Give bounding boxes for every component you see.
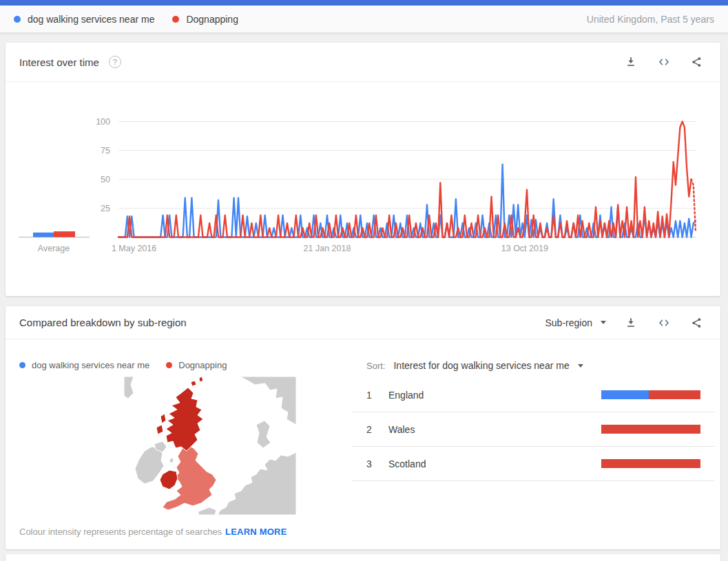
embed-icon[interactable]	[656, 54, 672, 70]
breakdown-map-column: dog walking services near me Dognapping	[6, 339, 351, 537]
map-footnote: Colour intensity represents percentage o…	[19, 527, 351, 537]
legend-item-2: Dognapping	[166, 360, 227, 370]
region-rank: 2	[366, 424, 383, 435]
region-row-scotland[interactable]: 3Scotland	[351, 447, 715, 481]
region-split-bar	[601, 390, 700, 399]
uk-sub-region-map[interactable]	[124, 377, 296, 515]
interest-card-title: Interest over time	[19, 56, 99, 68]
term1-label: dog walking services near me	[28, 14, 154, 25]
term2-dot-icon	[166, 362, 172, 368]
top-blue-strip	[0, 0, 728, 6]
breakdown-card: Compared breakdown by sub-region Sub-reg…	[6, 306, 720, 549]
download-icon[interactable]	[623, 54, 639, 70]
region-row-england[interactable]: 1England	[351, 378, 715, 412]
region-rank: 1	[366, 390, 383, 401]
svg-text:13 Oct 2019: 13 Oct 2019	[501, 244, 548, 253]
term1-dot-icon	[19, 362, 25, 368]
sort-dropdown[interactable]: Interest for dog walking services near m…	[393, 360, 583, 371]
breakdown-card-title: Compared breakdown by sub-region	[19, 317, 187, 328]
interest-line-chart: 2550751001 May 201621 Jan 201813 Oct 201…	[6, 89, 720, 261]
term2-dot-icon	[172, 16, 179, 23]
footnote-text: Colour intensity represents percentage o…	[19, 527, 222, 537]
breakdown-legend: dog walking services near me Dognapping	[19, 339, 351, 377]
sort-dropdown-value: Interest for dog walking services near m…	[393, 360, 569, 371]
bar-segment-red	[601, 459, 700, 468]
sort-row: Sort: Interest for dog walking services …	[351, 339, 715, 378]
svg-text:Average: Average	[38, 244, 70, 253]
embed-icon[interactable]	[656, 315, 672, 331]
interest-card-header: Interest over time ?	[6, 43, 720, 81]
breakdown-list-column: Sort: Interest for dog walking services …	[351, 339, 715, 537]
trend-chart-svg: 2550751001 May 201621 Jan 201813 Oct 201…	[6, 89, 720, 258]
legend-item-1: dog walking services near me	[19, 360, 149, 370]
svg-text:1 May 2016: 1 May 2016	[112, 244, 156, 253]
region-name: Wales	[388, 424, 415, 435]
term-chip-2[interactable]: Dognapping	[172, 14, 238, 25]
legend-item-2-label: Dognapping	[178, 360, 227, 370]
header-divider	[6, 81, 720, 82]
interest-over-time-card: Interest over time ? 2550751001 May 2016…	[6, 43, 720, 296]
sort-label: Sort:	[366, 361, 385, 371]
region-row-wales[interactable]: 2Wales	[351, 412, 715, 447]
sub-region-dropdown-label: Sub-region	[545, 317, 593, 328]
term1-dot-icon	[14, 16, 21, 23]
next-card-partial	[6, 554, 720, 561]
chevron-down-icon	[578, 364, 583, 368]
svg-text:21 Jan 2018: 21 Jan 2018	[304, 244, 351, 253]
region-split-bar	[601, 425, 700, 434]
breakdown-card-header: Compared breakdown by sub-region Sub-reg…	[6, 306, 720, 339]
chevron-down-icon	[601, 321, 606, 324]
learn-more-link[interactable]: LEARN MORE	[225, 527, 287, 537]
region-name: Scotland	[388, 458, 426, 469]
sub-region-dropdown[interactable]: Sub-region	[545, 317, 607, 328]
svg-text:50: 50	[101, 175, 110, 184]
term2-label: Dognapping	[186, 14, 238, 25]
help-icon[interactable]: ?	[109, 56, 121, 68]
term-chip-1[interactable]: dog walking services near me	[14, 14, 154, 25]
download-icon[interactable]	[623, 315, 639, 331]
bar-segment-red	[601, 425, 700, 434]
svg-text:25: 25	[101, 204, 110, 213]
comparison-terms-bar: dog walking services near me Dognapping …	[0, 6, 728, 33]
region-rows: 1England2Wales3Scotland	[351, 378, 715, 481]
region-name: England	[388, 390, 424, 401]
share-icon[interactable]	[689, 315, 705, 331]
legend-item-1-label: dog walking services near me	[32, 360, 149, 370]
region-split-bar	[601, 459, 700, 468]
bar-segment-red	[649, 390, 700, 399]
svg-text:75: 75	[101, 146, 110, 156]
bar-segment-blue	[601, 390, 649, 399]
region-time-label: United Kingdom, Past 5 years	[587, 14, 714, 25]
share-icon[interactable]	[689, 54, 705, 70]
region-rank: 3	[366, 458, 383, 469]
svg-text:100: 100	[96, 117, 110, 127]
